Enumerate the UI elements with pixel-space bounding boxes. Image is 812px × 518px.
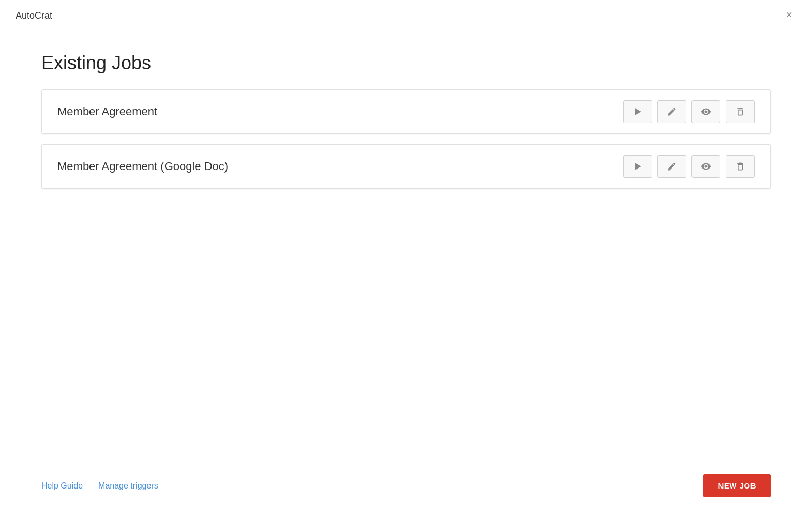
- new-job-button[interactable]: NEW JOB: [703, 474, 771, 497]
- page-title: Existing Jobs: [41, 52, 771, 74]
- eye-icon: [701, 161, 711, 172]
- edit-icon: [667, 106, 677, 117]
- footer: Help Guide Manage triggers NEW JOB: [41, 474, 771, 497]
- edit-icon: [667, 161, 677, 172]
- edit-job-button[interactable]: [657, 100, 686, 123]
- edit-job-button[interactable]: [657, 155, 686, 178]
- job-name: Member Agreement: [57, 105, 623, 118]
- footer-links: Help Guide Manage triggers: [41, 481, 158, 491]
- play-icon: [633, 161, 643, 172]
- run-job-button[interactable]: [623, 100, 652, 123]
- job-card: Member Agreement (Google Doc): [41, 144, 771, 189]
- svg-marker-1: [635, 163, 641, 170]
- trash-icon: [735, 106, 745, 117]
- app-header: AutoCrat: [0, 0, 812, 32]
- trash-icon: [735, 161, 745, 172]
- delete-job-button[interactable]: [726, 155, 755, 178]
- job-actions: [623, 100, 755, 123]
- eye-icon: [701, 106, 711, 117]
- close-button[interactable]: ×: [781, 7, 796, 23]
- job-card: Member Agreement: [41, 89, 771, 134]
- delete-job-button[interactable]: [726, 100, 755, 123]
- view-job-button[interactable]: [691, 155, 720, 178]
- job-actions: [623, 155, 755, 178]
- job-name: Member Agreement (Google Doc): [57, 160, 623, 173]
- manage-triggers-link[interactable]: Manage triggers: [98, 481, 158, 491]
- play-icon: [633, 106, 643, 117]
- app-title: AutoCrat: [16, 10, 52, 21]
- svg-marker-0: [635, 108, 641, 115]
- run-job-button[interactable]: [623, 155, 652, 178]
- main-content: Existing Jobs Member Agreement: [0, 32, 812, 220]
- view-job-button[interactable]: [691, 100, 720, 123]
- jobs-list: Member Agreement: [41, 89, 771, 189]
- help-guide-link[interactable]: Help Guide: [41, 481, 83, 491]
